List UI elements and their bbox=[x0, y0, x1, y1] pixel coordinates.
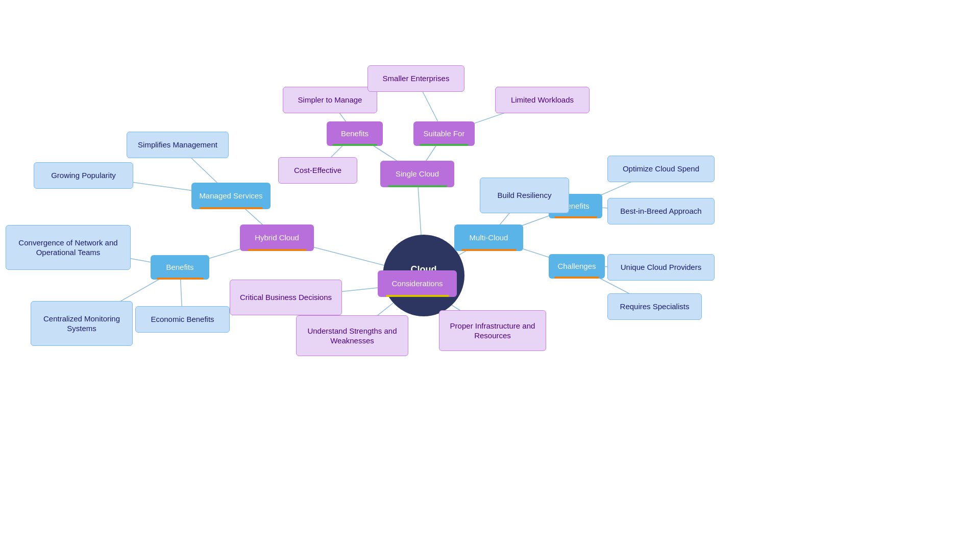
node-understand-sw: Understand Strengths and Weaknesses bbox=[296, 315, 408, 356]
node-managed-services: Managed Services bbox=[191, 183, 271, 209]
connections-svg bbox=[0, 0, 980, 551]
node-challenges-multi: Challenges bbox=[549, 254, 605, 279]
node-proper-infra: Proper Infrastructure and Resources bbox=[439, 310, 546, 351]
node-centralized: Centralized Monitoring Systems bbox=[31, 301, 133, 346]
node-simpler-manage: Simpler to Manage bbox=[283, 87, 377, 113]
mindmap-container: Cloud ManagementHybrid CloudSingle Cloud… bbox=[0, 0, 980, 551]
node-benefits-single: Benefits bbox=[327, 121, 383, 146]
node-smaller-enterprises: Smaller Enterprises bbox=[368, 65, 464, 92]
node-unique-providers: Unique Cloud Providers bbox=[607, 254, 715, 281]
node-growing-popularity: Growing Popularity bbox=[34, 162, 133, 189]
node-economic: Economic Benefits bbox=[135, 306, 230, 333]
node-optimize-cloud: Optimize Cloud Spend bbox=[607, 156, 715, 182]
node-simplifies-mgmt: Simplifies Management bbox=[127, 132, 229, 158]
node-limited-workloads: Limited Workloads bbox=[495, 87, 590, 113]
node-cost-effective: Cost-Effective bbox=[278, 157, 357, 184]
node-suitable-for: Suitable For bbox=[413, 121, 475, 146]
node-single-cloud: Single Cloud bbox=[380, 161, 454, 187]
node-multi-cloud: Multi-Cloud bbox=[454, 224, 523, 251]
node-benefits-left: Benefits bbox=[151, 255, 209, 280]
node-critical-biz: Critical Business Decisions bbox=[230, 280, 342, 315]
node-convergence: Convergence of Network and Operational T… bbox=[6, 225, 131, 270]
node-hybrid-cloud: Hybrid Cloud bbox=[240, 224, 314, 251]
node-considerations: Considerations bbox=[378, 270, 457, 297]
node-best-breed: Best-in-Breed Approach bbox=[607, 198, 715, 224]
node-requires-specialists: Requires Specialists bbox=[607, 293, 702, 320]
node-build-resiliency: Build Resiliency bbox=[480, 178, 569, 213]
